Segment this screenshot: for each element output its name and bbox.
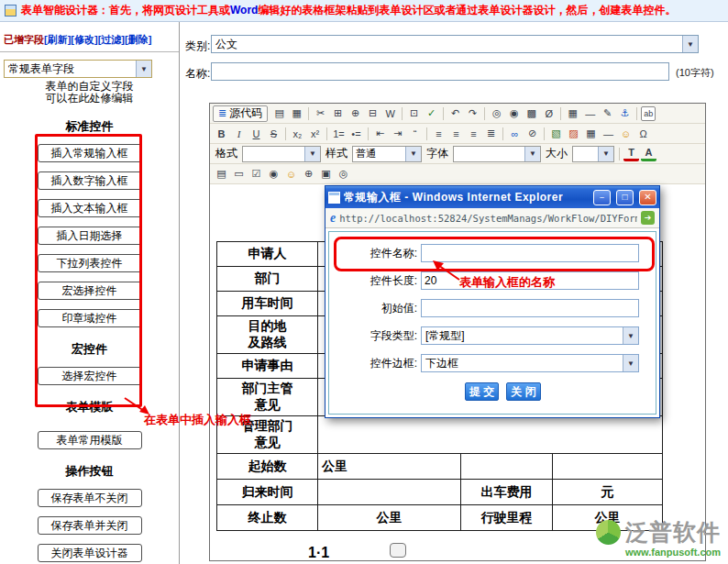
save-form-and-close-button[interactable]: 保存表单并关闭 [38,516,142,535]
choose-macro-control-button[interactable]: 选择宏控件 [38,367,142,385]
macro-select-control-button[interactable]: 宏选择控件 [38,282,142,300]
maximize-button[interactable]: □ [616,190,634,205]
bulleted-list-icon[interactable]: •= [348,127,364,141]
superscript-icon[interactable]: x² [307,127,323,141]
outdent-icon[interactable]: ⇤ [372,127,388,141]
chevron-down-icon: ▼ [405,147,421,161]
font-select[interactable]: ▼ [453,146,541,162]
copy-icon[interactable]: ⊞ [330,106,346,121]
modify-link[interactable]: [修改] [71,34,97,45]
italic-icon[interactable]: I [231,127,247,141]
dialog-address-bar: e http://localhost:52824/SystemManags/Wo… [325,208,659,228]
table-cell[interactable] [318,480,461,505]
table-icon[interactable]: ▦ [583,127,599,141]
dialog-close-button[interactable]: 关 闭 [506,382,540,401]
zoom-icon[interactable]: ◎ [336,167,351,182]
save-form-keep-open-button[interactable]: 保存表单不关闭 [38,489,142,507]
undo-icon[interactable]: ↶ [447,106,463,121]
form-name-input[interactable] [211,62,669,81]
link-icon[interactable]: ∞ [507,127,523,141]
rule-icon[interactable]: ― [601,127,616,141]
paste-icon[interactable]: ⊕ [347,106,363,121]
size-select[interactable]: ▼ [572,146,614,162]
unlink-icon[interactable]: ⊘ [524,127,540,141]
horizontal-rule-icon[interactable]: ― [582,106,598,121]
globe-icon[interactable]: ⊕ [301,167,316,182]
text-color-icon[interactable]: T [623,147,639,161]
initial-value-field[interactable] [421,299,639,317]
go-icon[interactable]: ➔ [641,211,655,225]
bg-color-icon[interactable]: A [641,147,656,161]
common-template-button[interactable]: 表单常用模版 [38,431,142,449]
close-designer-button[interactable]: 关闭表单设计器 [38,544,142,562]
form-control-placeholder-icon[interactable] [390,543,406,558]
flash-icon[interactable]: ▨ [566,127,581,141]
paste-text-icon[interactable]: ⊟ [365,106,381,121]
align-left-icon[interactable]: ≡ [431,127,447,141]
minimize-button[interactable]: － [593,190,611,205]
text-field-icon[interactable]: ab [641,106,656,121]
preview-icon[interactable]: ▤ [271,106,287,121]
media-icon[interactable]: ▣ [318,167,334,182]
close-button[interactable]: ✕ [639,190,656,205]
cut-icon[interactable]: ✂ [313,106,328,121]
select-all-icon[interactable]: ▩ [524,106,539,121]
redo-icon[interactable]: ↷ [465,106,480,121]
indent-icon[interactable]: ⇥ [390,127,405,141]
field-type-select[interactable]: [常规型] ▼ [421,326,639,345]
sidebar-divider [0,51,179,52]
align-center-icon[interactable]: ≡ [448,127,464,141]
format-select[interactable]: ▼ [242,146,321,162]
document-properties-icon[interactable]: ▤ [214,167,229,182]
pencil-icon[interactable]: ✎ [600,106,615,121]
table-cell[interactable] [318,416,663,454]
insert-text-input-button[interactable]: 插入文本输入框 [38,199,142,217]
toolbar-separator [502,127,503,140]
form-icon[interactable]: ▭ [231,167,247,182]
paste-word-icon[interactable]: W [382,106,398,121]
spellcheck-icon[interactable]: ✓ [424,106,439,121]
address-url[interactable]: http://localhost:52824/SystemManags/Work… [339,213,637,224]
blockquote-icon[interactable]: “ [407,127,423,141]
templates-icon[interactable]: ▦ [289,106,304,121]
special-char-icon[interactable]: Ω [635,127,651,141]
table-label-return-time: 归来时间 [217,480,318,505]
source-button[interactable]: ≣ 源代码 [213,105,268,122]
category-select[interactable]: 公文 ▼ [211,35,699,53]
print-icon[interactable]: ⊡ [406,106,422,121]
style-select[interactable]: 普通▼ [352,146,422,162]
find-icon[interactable]: ◎ [489,106,504,121]
insert-table-icon[interactable]: ▦ [565,106,580,121]
control-border-select[interactable]: 下边框 ▼ [421,354,639,372]
strikethrough-icon[interactable]: S [266,127,281,141]
smiley2-icon[interactable]: ☺ [283,167,299,182]
toolbar-separator [368,127,369,140]
control-name-field[interactable] [421,244,639,262]
table-cell[interactable] [461,454,553,480]
submit-button[interactable]: 提 交 [465,382,499,401]
numbered-list-icon[interactable]: 1= [331,127,347,141]
underline-icon[interactable]: U [248,127,264,141]
align-justify-icon[interactable]: ≣ [483,127,499,141]
table-cell[interactable] [553,454,663,480]
checkbox-icon[interactable]: ☑ [248,167,264,182]
filter-link[interactable]: [过滤] [98,34,125,45]
delete-link[interactable]: [删除] [125,34,151,45]
remove-format-icon[interactable]: Ø [541,106,557,121]
field-category-select[interactable]: 常规表单字段 ▼ [4,60,152,78]
insert-date-picker-button[interactable]: 插入日期选择 [38,227,142,245]
insert-number-input-button[interactable]: 插入数字输入框 [38,171,142,190]
anchor-icon[interactable]: ⚓ [617,106,633,121]
replace-icon[interactable]: ◉ [506,106,522,121]
align-right-icon[interactable]: ≡ [466,127,481,141]
seal-field-control-button[interactable]: 印章域控件 [38,309,142,327]
radio-icon[interactable]: ◉ [266,167,281,182]
fanpu-logo-url: www.fanpusoft.com [625,547,721,558]
smiley-icon[interactable]: ☺ [618,127,634,141]
insert-regular-input-button[interactable]: 插入常规输入框 [38,144,142,162]
subscript-icon[interactable]: x₂ [290,127,305,141]
bold-icon[interactable]: B [214,127,229,141]
image-icon[interactable]: ▧ [548,127,564,141]
dropdown-list-control-button[interactable]: 下拉列表控件 [38,254,142,272]
refresh-link[interactable]: [刷新] [44,34,71,45]
